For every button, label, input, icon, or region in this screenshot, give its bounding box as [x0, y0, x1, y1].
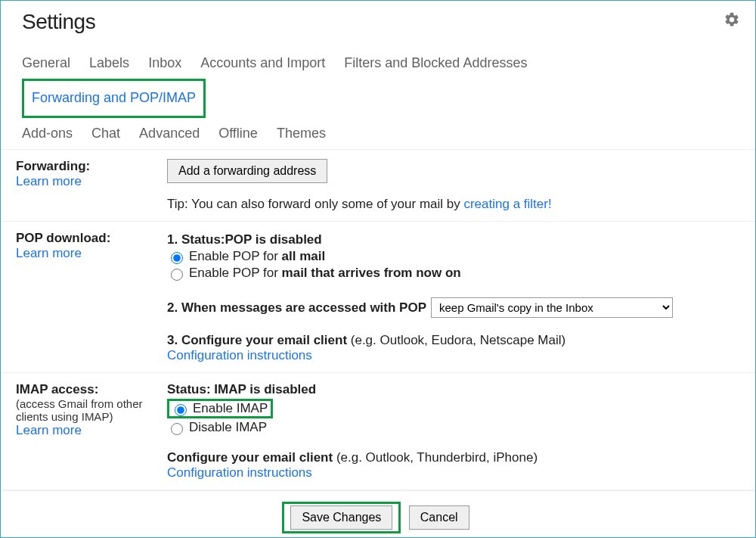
imap-config-instructions-link[interactable]: Configuration instructions: [167, 465, 740, 480]
create-filter-link[interactable]: creating a filter!: [463, 197, 551, 211]
section-pop: POP download: Learn more 1. Status: POP …: [1, 222, 755, 373]
settings-tabs: General Labels Inbox Accounts and Import…: [1, 48, 755, 149]
tab-advanced[interactable]: Advanced: [139, 118, 200, 149]
tab-filters[interactable]: Filters and Blocked Addresses: [344, 48, 527, 79]
section-forwarding: Forwarding: Learn more Add a forwarding …: [1, 150, 755, 222]
save-changes-button[interactable]: Save Changes: [290, 505, 392, 530]
tab-chat[interactable]: Chat: [91, 118, 120, 149]
imap-enable-radio[interactable]: [175, 404, 187, 416]
pop-enable-all-option[interactable]: Enable POP for all mail: [167, 249, 740, 264]
tab-labels[interactable]: Labels: [89, 48, 129, 79]
pop-configure-line: 3. Configure your email client (e.g. Out…: [167, 333, 740, 348]
add-forwarding-address-button[interactable]: Add a forwarding address: [167, 159, 327, 183]
tab-accounts[interactable]: Accounts and Import: [200, 48, 325, 79]
tab-forwarding-pop-imap[interactable]: Forwarding and POP/IMAP: [22, 79, 206, 117]
footer: Save Changes Cancel: [1, 490, 755, 538]
imap-configure-line: Configure your email client (e.g. Outloo…: [167, 450, 740, 465]
forwarding-tip: Tip: You can also forward only some of y…: [167, 197, 740, 212]
imap-enable-label[interactable]: Enable IMAP: [193, 401, 268, 416]
pop-enable-new-option[interactable]: Enable POP for mail that arrives from no…: [167, 266, 740, 281]
forwarding-heading: Forwarding:: [16, 159, 167, 174]
tab-offline[interactable]: Offline: [218, 118, 258, 149]
forwarding-tip-text: Tip: You can also forward only some of y…: [167, 197, 463, 211]
imap-subheading: (access Gmail from other clients using I…: [16, 397, 167, 423]
pop-enable-new-radio[interactable]: [171, 269, 183, 281]
imap-heading: IMAP access:: [16, 382, 167, 397]
pop-learn-more-link[interactable]: Learn more: [16, 246, 167, 261]
pop-status-line: 1. Status: POP is disabled: [167, 232, 740, 247]
section-imap: IMAP access: (access Gmail from other cl…: [1, 373, 755, 490]
tab-themes[interactable]: Themes: [277, 118, 326, 149]
gear-icon[interactable]: [723, 11, 740, 31]
imap-learn-more-link[interactable]: Learn more: [16, 423, 167, 438]
cancel-button[interactable]: Cancel: [409, 505, 469, 530]
tab-inbox[interactable]: Inbox: [148, 48, 181, 79]
pop-heading: POP download:: [16, 231, 167, 246]
page-title: Settings: [22, 10, 734, 34]
pop-enable-all-radio[interactable]: [171, 252, 183, 264]
tab-addons[interactable]: Add-ons: [22, 118, 73, 149]
forwarding-learn-more-link[interactable]: Learn more: [16, 174, 167, 189]
pop-access-line: 2. When messages are accessed with POP k…: [167, 297, 740, 318]
pop-config-instructions-link[interactable]: Configuration instructions: [167, 348, 740, 363]
imap-disable-radio[interactable]: [171, 423, 183, 435]
imap-status-line: Status: IMAP is disabled: [167, 382, 740, 397]
pop-action-select[interactable]: keep Gmail's copy in the Inbox: [431, 297, 673, 318]
tab-general[interactable]: General: [22, 48, 70, 79]
imap-disable-option[interactable]: Disable IMAP: [167, 420, 740, 435]
